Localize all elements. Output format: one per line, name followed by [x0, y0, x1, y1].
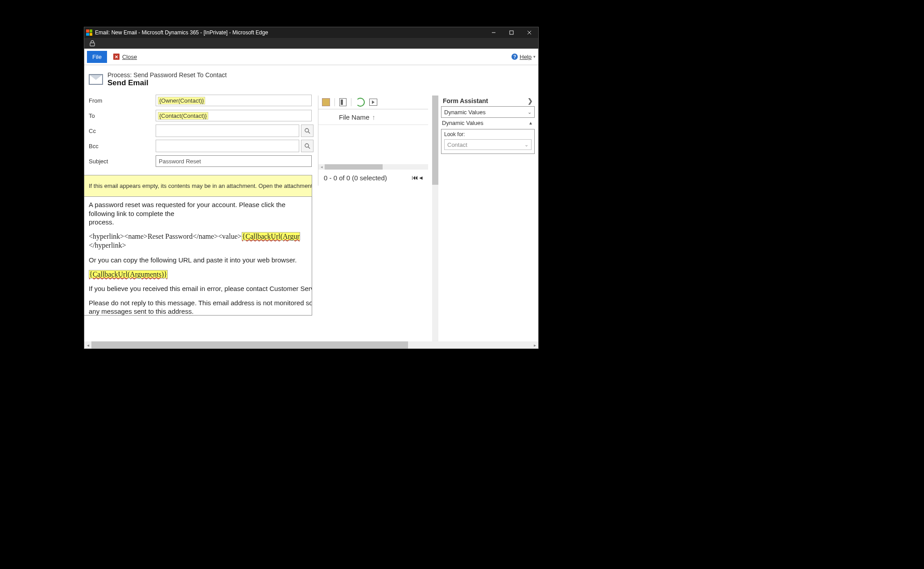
body-p5: If you believe you received this email i… [89, 284, 307, 293]
svg-rect-1 [510, 31, 513, 34]
command-bar: File ✕ Close ? Help ▾ [84, 49, 538, 65]
email-body-editor[interactable]: A password reset was requested for your … [84, 197, 312, 316]
run-icon[interactable] [369, 99, 377, 106]
mail-icon [89, 74, 103, 85]
titlebar: Email: New Email - Microsoft Dynamics 36… [84, 27, 538, 38]
files-pager: 0 - 0 of 0 (0 selected) ⏮◂ [318, 170, 428, 186]
attachments-panel: File Name ↑ ◂ 0 - 0 of 0 (0 selected) ⏮◂ [318, 96, 428, 186]
from-chip: {Owner(Contact)} [158, 97, 205, 104]
files-column-label: File Name [339, 113, 369, 121]
dynamic-values-section-label: Dynamic Values [442, 120, 483, 126]
window-title: Email: New Email - Microsoft Dynamics 36… [95, 29, 485, 36]
bcc-field[interactable] [156, 140, 299, 152]
body-hyperlink-open: <hyperlink><name>Reset Password</name><v… [89, 233, 242, 240]
help-menu[interactable]: ? Help ▾ [512, 54, 536, 60]
body-p6a: Please do not reply to this message. Thi… [89, 299, 312, 307]
bcc-label: Bcc [89, 143, 156, 150]
svg-line-6 [308, 132, 310, 133]
process-name: Process: Send Password Reset To Contact [107, 71, 227, 79]
files-column-header[interactable]: File Name ↑ [318, 109, 428, 125]
bcc-lookup-button[interactable] [301, 140, 314, 152]
lookfor-value: Contact [447, 141, 467, 148]
edge-logo-icon [86, 29, 92, 36]
body-hyperlink-close: </hyperlink> [89, 241, 126, 249]
lookfor-select[interactable]: Contact ⌄ [444, 139, 532, 150]
body-p3: Or you can copy the following URL and pa… [89, 256, 307, 265]
panel-collapse-button[interactable]: ❯ [528, 97, 533, 104]
maximize-button[interactable] [503, 27, 520, 38]
body-p6b: any messages sent to this address. [89, 307, 194, 315]
delete-attachment-icon[interactable] [339, 98, 346, 106]
files-grid-body [318, 125, 428, 164]
close-window-button[interactable] [520, 27, 538, 38]
help-label: Help [520, 54, 532, 60]
cc-field[interactable] [156, 125, 299, 137]
page-title: Send Email [107, 79, 227, 87]
attachment-notice: If this email appears empty, its content… [84, 175, 312, 197]
body-dyn-callback2: {CallbackUrl(Arguments)} [89, 270, 168, 278]
chevron-down-icon: ⌄ [524, 142, 528, 148]
main-vscroll[interactable] [432, 96, 438, 341]
refresh-icon[interactable] [356, 98, 365, 107]
files-pager-text: 0 - 0 of 0 (0 selected) [324, 174, 387, 182]
sort-ascending-icon: ↑ [372, 113, 375, 121]
cc-label: Cc [89, 128, 156, 134]
form-assistant-panel: Form Assistant ❯ Dynamic Values ⌄ Dynami… [441, 96, 535, 154]
to-field[interactable]: {Contact(Contact)} [156, 110, 312, 121]
attachments-toolbar [318, 96, 428, 109]
cc-lookup-button[interactable] [301, 125, 314, 137]
hscroll-left-button[interactable]: ◂ [84, 343, 91, 348]
svg-point-5 [305, 129, 309, 132]
subject-input[interactable] [158, 158, 309, 165]
svg-line-8 [308, 147, 310, 149]
form-header: Process: Send Password Reset To Contact … [84, 65, 538, 91]
hscroll-right-button[interactable]: ▸ [531, 343, 538, 348]
lock-icon [89, 40, 96, 47]
lookup-icon [304, 143, 310, 149]
subject-label: Subject [89, 158, 156, 165]
section-collapse-icon[interactable]: ▲ [528, 120, 533, 125]
to-chip: {Contact(Contact)} [158, 112, 208, 120]
pager-prev-button[interactable]: ◂ [419, 174, 423, 182]
close-label: Close [122, 54, 137, 60]
close-icon: ✕ [113, 54, 120, 60]
pager-first-button[interactable]: ⏮ [412, 174, 418, 182]
close-button[interactable]: ✕ Close [113, 54, 137, 60]
body-hscroll[interactable]: ◂ ▸ [84, 341, 538, 349]
help-icon: ? [512, 54, 518, 60]
assistant-mode-select[interactable]: Dynamic Values ⌄ [441, 106, 535, 118]
form-assistant-title: Form Assistant [443, 97, 488, 104]
new-attachment-icon[interactable] [322, 98, 330, 106]
lookfor-box: Look for: Contact ⌄ [441, 129, 535, 154]
lookfor-label: Look for: [444, 131, 532, 137]
file-menu-button[interactable]: File [87, 51, 107, 63]
body-p1a: A password reset was requested for your … [89, 201, 285, 217]
minimize-button[interactable] [485, 27, 503, 38]
from-field[interactable]: {Owner(Contact)} [156, 95, 312, 106]
files-hscroll[interactable]: ◂ [318, 164, 428, 170]
assistant-mode-value: Dynamic Values [444, 109, 486, 116]
security-bar [84, 38, 538, 49]
body-dyn-callback1: {CallbackUrl(Argur [242, 232, 300, 241]
chevron-down-icon: ▾ [533, 54, 536, 59]
subject-field-wrap [156, 155, 312, 167]
lookup-icon [304, 128, 310, 134]
svg-rect-4 [90, 43, 95, 46]
to-label: To [89, 112, 156, 119]
chevron-down-icon: ⌄ [528, 109, 532, 115]
from-label: From [89, 97, 156, 104]
svg-point-7 [305, 144, 309, 147]
app-window: Email: New Email - Microsoft Dynamics 36… [84, 27, 539, 349]
